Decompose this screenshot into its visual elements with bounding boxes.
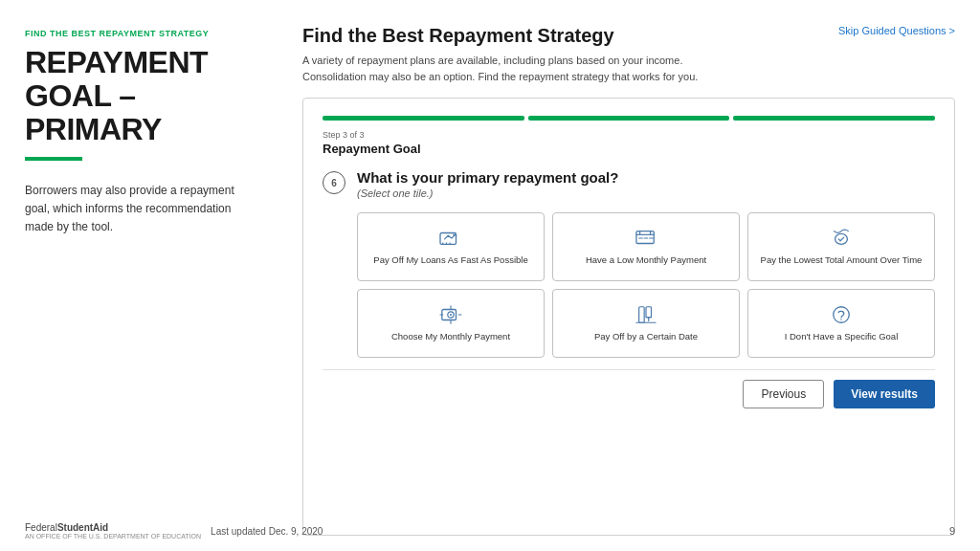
no-goal-icon — [829, 304, 854, 325]
tile-choose-monthly[interactable]: Choose My Monthly Payment — [357, 289, 545, 358]
tile-low-monthly[interactable]: Have a Low Monthly Payment — [552, 212, 740, 281]
step-label: Step 3 of 3 — [323, 130, 935, 140]
svg-rect-6 — [639, 307, 645, 323]
question-instruction: (Select one tile.) — [357, 187, 618, 199]
right-header: Find the Best Repayment Strategy A varie… — [302, 25, 955, 84]
logo-sub: AN OFFICE OF THE U.S. DEPARTMENT OF EDUC… — [25, 533, 201, 540]
eyebrow-text: FIND THE BEST REPAYMENT STRATEGY — [25, 29, 255, 38]
tile-label-lowest-total: Pay the Lowest Total Amount Over Time — [761, 254, 923, 266]
headline-line1: REPAYMENT — [25, 45, 208, 79]
right-title: Find the Best Repayment Strategy — [302, 25, 704, 47]
green-bar — [25, 157, 82, 161]
tiles-grid: Pay Off My Loans As Fast As Possible Hav… — [323, 212, 935, 358]
svg-rect-1 — [636, 231, 654, 243]
fsa-logo: FederalStudentAid AN OFFICE OF THE U.S. … — [25, 522, 201, 540]
step-circle: 6 — [323, 171, 345, 194]
card: Step 3 of 3 Repayment Goal 6 What is you… — [302, 98, 955, 536]
page-footer: FederalStudentAid AN OFFICE OF THE U.S. … — [25, 522, 955, 540]
tile-pay-by-date[interactable]: Pay Off by a Certain Date — [552, 289, 740, 358]
question-text-block: What is your primary repayment goal? (Se… — [357, 169, 618, 199]
tile-label-no-goal: I Don't Have a Specific Goal — [785, 331, 899, 342]
left-panel: FIND THE BEST REPAYMENT STRATEGY REPAYME… — [0, 0, 278, 551]
pay-by-date-icon — [634, 304, 658, 325]
logo-text: Federal — [25, 522, 57, 533]
headline-line2: GOAL – PRIMARY — [25, 78, 162, 146]
step-title: Repayment Goal — [323, 142, 935, 156]
footer-page-number: 9 — [949, 525, 955, 537]
progress-segment-1 — [323, 116, 524, 121]
card-divider — [323, 369, 935, 370]
card-footer: Previous View results — [323, 380, 935, 408]
tile-pay-off-fast[interactable]: Pay Off My Loans As Fast As Possible — [357, 212, 545, 281]
fast-icon — [438, 228, 463, 249]
svg-point-2 — [835, 233, 848, 244]
tile-label-pay-off-fast: Pay Off My Loans As Fast As Possible — [373, 254, 527, 266]
question-section: 6 What is your primary repayment goal? (… — [323, 169, 935, 199]
tile-lowest-total[interactable]: Pay the Lowest Total Amount Over Time — [747, 212, 935, 281]
footer-date: Last updated Dec. 9, 2020 — [211, 526, 323, 537]
svg-point-5 — [450, 314, 452, 316]
question-main: What is your primary repayment goal? — [357, 169, 618, 186]
tile-label-low-monthly: Have a Low Monthly Payment — [586, 254, 706, 266]
footer-left: FederalStudentAid AN OFFICE OF THE U.S. … — [25, 522, 323, 540]
logo-bold: StudentAid — [57, 522, 108, 533]
progress-segment-2 — [528, 116, 730, 121]
skip-link[interactable]: Skip Guided Questions — [838, 25, 955, 36]
tile-label-choose-monthly: Choose My Monthly Payment — [391, 331, 510, 342]
choose-monthly-icon — [438, 304, 463, 325]
header-text-block: Find the Best Repayment Strategy A varie… — [302, 25, 704, 84]
tile-no-goal[interactable]: I Don't Have a Specific Goal — [747, 289, 935, 358]
description-text: Borrowers may also provide a repayment g… — [25, 182, 255, 237]
progress-bar — [323, 116, 935, 121]
right-panel: Find the Best Repayment Strategy A varie… — [278, 0, 980, 551]
low-monthly-icon — [634, 228, 658, 249]
tile-label-pay-by-date: Pay Off by a Certain Date — [594, 331, 698, 342]
progress-segment-3 — [733, 116, 935, 121]
view-results-button[interactable]: View results — [834, 380, 935, 408]
svg-point-9 — [840, 319, 841, 320]
previous-button[interactable]: Previous — [743, 380, 824, 408]
svg-rect-7 — [646, 307, 652, 318]
lowest-total-icon — [829, 228, 854, 249]
headline: REPAYMENT GOAL – PRIMARY — [25, 46, 255, 147]
right-subtitle: A variety of repayment plans are availab… — [302, 53, 704, 84]
